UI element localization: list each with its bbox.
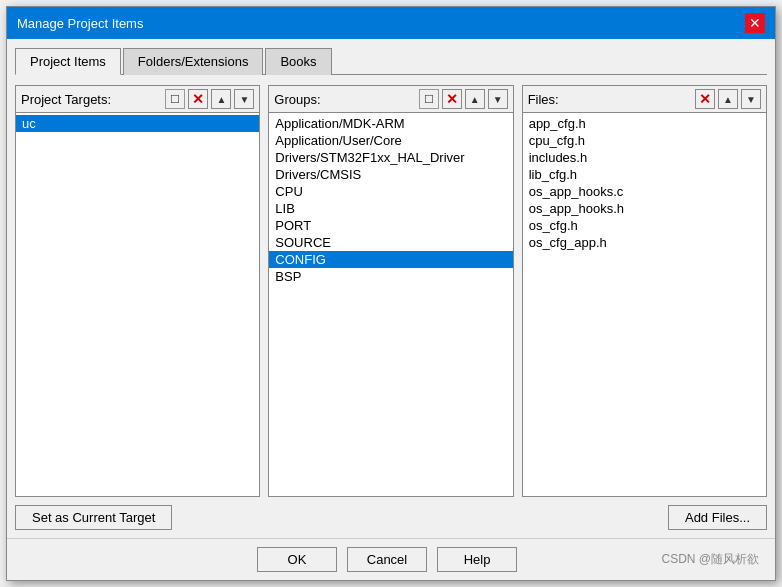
list-item[interactable]: CONFIG <box>269 251 512 268</box>
groups-add-button[interactable]: ☐ <box>419 89 439 109</box>
targets-panel-title: Project Targets: <box>21 92 162 107</box>
watermark: CSDN @随风析欲 <box>661 552 759 566</box>
list-item[interactable]: BSP <box>269 268 512 285</box>
list-item[interactable]: cpu_cfg.h <box>523 132 766 149</box>
bottom-right: Add Files... <box>668 505 767 530</box>
files-panel-title: Files: <box>528 92 692 107</box>
add-files-button[interactable]: Add Files... <box>668 505 767 530</box>
footer-container: OK Cancel Help CSDN @随风析欲 <box>15 547 767 572</box>
targets-list: uc <box>16 113 259 496</box>
groups-down-button[interactable]: ▼ <box>488 89 508 109</box>
title-bar: Manage Project Items ✕ <box>7 7 775 39</box>
bottom-row: Set as Current Target Add Files... <box>15 505 767 530</box>
list-item[interactable]: SOURCE <box>269 234 512 251</box>
targets-add-icon: ☐ <box>170 93 180 106</box>
files-list: app_cfg.h cpu_cfg.h includes.h lib_cfg.h… <box>523 113 766 496</box>
targets-panel: Project Targets: ☐ ✕ ▲ ▼ uc <box>15 85 260 497</box>
list-item[interactable]: Application/MDK-ARM <box>269 115 512 132</box>
tab-bar: Project Items Folders/Extensions Books <box>15 47 767 75</box>
groups-panel: Groups: ☐ ✕ ▲ ▼ Application/MDK-ARM Appl… <box>268 85 513 497</box>
targets-up-button[interactable]: ▲ <box>211 89 231 109</box>
dialog-window: Manage Project Items ✕ Project Items Fol… <box>6 6 776 581</box>
help-button[interactable]: Help <box>437 547 517 572</box>
dialog-title: Manage Project Items <box>17 16 143 31</box>
groups-delete-button[interactable]: ✕ <box>442 89 462 109</box>
list-item[interactable]: PORT <box>269 217 512 234</box>
bottom-left: Set as Current Target <box>15 505 172 530</box>
list-item[interactable]: includes.h <box>523 149 766 166</box>
list-item[interactable]: os_cfg.h <box>523 217 766 234</box>
targets-delete-button[interactable]: ✕ <box>188 89 208 109</box>
targets-panel-header: Project Targets: ☐ ✕ ▲ ▼ <box>16 86 259 113</box>
list-item[interactable]: Drivers/CMSIS <box>269 166 512 183</box>
dialog-content: Project Items Folders/Extensions Books P… <box>7 39 775 538</box>
list-item[interactable]: os_app_hooks.h <box>523 200 766 217</box>
tab-folders-extensions[interactable]: Folders/Extensions <box>123 48 264 75</box>
list-item[interactable]: os_cfg_app.h <box>523 234 766 251</box>
tab-books[interactable]: Books <box>265 48 331 75</box>
list-item[interactable]: LIB <box>269 200 512 217</box>
list-item[interactable]: CPU <box>269 183 512 200</box>
targets-add-button[interactable]: ☐ <box>165 89 185 109</box>
list-item[interactable]: Application/User/Core <box>269 132 512 149</box>
groups-panel-header: Groups: ☐ ✕ ▲ ▼ <box>269 86 512 113</box>
files-down-button[interactable]: ▼ <box>741 89 761 109</box>
groups-up-button[interactable]: ▲ <box>465 89 485 109</box>
cancel-button[interactable]: Cancel <box>347 547 427 572</box>
list-item[interactable]: app_cfg.h <box>523 115 766 132</box>
tab-project-items[interactable]: Project Items <box>15 48 121 75</box>
groups-panel-title: Groups: <box>274 92 415 107</box>
list-item[interactable]: os_app_hooks.c <box>523 183 766 200</box>
list-item[interactable]: lib_cfg.h <box>523 166 766 183</box>
list-item[interactable]: uc <box>16 115 259 132</box>
set-current-target-button[interactable]: Set as Current Target <box>15 505 172 530</box>
files-panel-header: Files: ✕ ▲ ▼ <box>523 86 766 113</box>
list-item[interactable]: Drivers/STM32F1xx_HAL_Driver <box>269 149 512 166</box>
files-panel: Files: ✕ ▲ ▼ app_cfg.h cpu_cfg.h include… <box>522 85 767 497</box>
targets-down-button[interactable]: ▼ <box>234 89 254 109</box>
groups-add-icon: ☐ <box>424 93 434 106</box>
close-button[interactable]: ✕ <box>745 13 765 33</box>
files-delete-button[interactable]: ✕ <box>695 89 715 109</box>
footer: OK Cancel Help CSDN @随风析欲 <box>7 538 775 580</box>
files-up-button[interactable]: ▲ <box>718 89 738 109</box>
ok-button[interactable]: OK <box>257 547 337 572</box>
groups-list: Application/MDK-ARM Application/User/Cor… <box>269 113 512 496</box>
panels-row: Project Targets: ☐ ✕ ▲ ▼ uc Groups: <box>15 85 767 497</box>
